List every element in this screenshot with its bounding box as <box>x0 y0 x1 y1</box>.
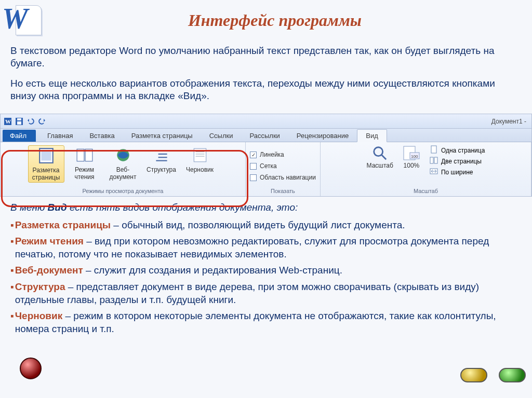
item-desc: – представляет документ в виде дерева, п… <box>15 281 479 305</box>
zoom-option-label: По ширине <box>441 169 473 176</box>
group-caption: Показать <box>271 187 295 195</box>
svg-rect-4 <box>17 121 21 125</box>
intro-block: В текстовом редакторе Word по умолчанию … <box>0 43 532 114</box>
checkbox-линейка[interactable]: ✓Линейка <box>250 151 284 158</box>
bullet-marker: ▪ <box>10 264 14 277</box>
zoom-100-button[interactable]: 100 100% <box>403 145 420 169</box>
svg-rect-8 <box>85 149 92 161</box>
slide-title: Интерфейс программы <box>55 11 526 30</box>
view-mode-веб-документ[interactable]: Веб-документ <box>105 145 141 182</box>
show-group: ✓ЛинейкаСеткаОбласть навигации Показать <box>246 142 321 196</box>
zoom-option-по-ширине[interactable]: По ширине <box>430 167 485 177</box>
undo-icon[interactable] <box>26 117 35 126</box>
item-desc: – служит для создания и редактирования W… <box>83 265 342 276</box>
view-mode-label: Разметка страницы <box>29 167 64 181</box>
item-term: Черновик <box>15 310 62 321</box>
svg-rect-3 <box>17 118 21 120</box>
nav-light-yellow[interactable] <box>460 368 487 382</box>
checkbox-label: Линейка <box>260 151 284 158</box>
view-mode-label: Структура <box>143 166 180 173</box>
svg-line-19 <box>382 155 386 159</box>
view-mode-icon <box>191 146 209 164</box>
intro-paragraph-2: Но есть еще несколько вариантов отображе… <box>10 77 522 103</box>
zoom-option-одна-страница[interactable]: Одна страница <box>430 145 485 155</box>
svg-rect-6 <box>41 151 51 161</box>
zoom-option-label: Одна страница <box>441 147 485 154</box>
zoom-option-icon <box>430 145 438 155</box>
save-icon[interactable] <box>15 117 23 126</box>
list-item: ▪Структура – представляет документ в вид… <box>10 280 522 306</box>
list-item: ▪Режим чтения – вид при котором невозмож… <box>10 235 522 260</box>
tab-ссылки[interactable]: Ссылки <box>201 130 242 142</box>
redo-icon[interactable] <box>38 117 46 126</box>
main-body: В меню Вид есть пять видов отображения д… <box>0 197 532 344</box>
item-term: Веб-документ <box>15 265 83 276</box>
quick-access-toolbar: W Документ1 - <box>1 114 531 129</box>
item-term: Структура <box>15 281 65 292</box>
zoom-group: Масштаб 100 100% Одна страницаДве страни… <box>321 142 531 196</box>
lead-line: В меню Вид есть пять видов отображения д… <box>10 202 522 213</box>
tab-рецензирование[interactable]: Рецензирование <box>288 130 357 142</box>
view-mode-черновик[interactable]: Черновик <box>182 145 218 174</box>
view-mode-label: Режим чтения <box>66 166 103 181</box>
item-term: Режим чтения <box>15 236 84 246</box>
zoom-option-две-страницы[interactable]: Две страницы <box>430 156 485 166</box>
view-mode-структура[interactable]: Структура <box>143 145 180 174</box>
zoom-value: 100% <box>404 162 420 169</box>
view-mode-icon <box>153 146 170 164</box>
document-title: Документ1 - <box>491 118 531 125</box>
item-desc: – режим в котором некоторые элементы док… <box>15 310 496 334</box>
checkbox-icon: ✓ <box>250 152 257 158</box>
tab-вид[interactable]: Вид <box>357 129 387 142</box>
item-desc: – вид при котором невозможно редактирова… <box>15 236 489 259</box>
svg-text:100: 100 <box>411 154 418 159</box>
checkbox-label: Область навигации <box>260 174 316 181</box>
checkbox-область-навигации[interactable]: Область навигации <box>250 174 316 181</box>
nav-lights <box>460 368 526 382</box>
svg-rect-23 <box>431 146 436 153</box>
intro-paragraph-1: В текстовом редакторе Word по умолчанию … <box>10 45 522 70</box>
view-mode-label: Веб-документ <box>105 166 141 181</box>
bullet-marker: ▪ <box>10 280 14 306</box>
zoom-option-label: Две страницы <box>441 158 482 165</box>
zoom-button[interactable]: Масштаб <box>367 145 393 169</box>
zoom-option-icon <box>430 167 438 177</box>
ribbon-groups: Разметка страницыРежим чтенияВеб-докумен… <box>1 142 531 196</box>
nav-light-green[interactable] <box>499 368 526 382</box>
bullet-marker: ▪ <box>10 235 14 260</box>
slide-header: W Интерфейс программы <box>0 0 532 43</box>
view-mode-icon <box>37 147 55 164</box>
group-caption: Режимы просмотра документа <box>83 187 164 195</box>
view-mode-label: Черновик <box>182 166 218 173</box>
svg-text:W: W <box>5 118 11 125</box>
tab-разметка-страницы[interactable]: Разметка страницы <box>123 130 201 142</box>
file-tab[interactable]: Файл <box>3 130 36 142</box>
group-caption: Масштаб <box>414 187 438 195</box>
word-ribbon: W Документ1 - Файл ГлавнаяВставкаРазметк… <box>0 114 532 197</box>
nav-light-red[interactable] <box>20 358 42 379</box>
checkbox-icon <box>250 174 257 181</box>
zoom-label: Масштаб <box>367 162 393 169</box>
tab-рассылки[interactable]: Рассылки <box>242 130 288 142</box>
zoom-option-icon <box>430 156 438 166</box>
ribbon-tabs: Файл ГлавнаяВставкаРазметка страницыСсыл… <box>1 129 531 142</box>
bullet-marker: ▪ <box>10 218 14 231</box>
view-modes-group: Разметка страницыРежим чтенияВеб-докумен… <box>1 142 246 196</box>
list-item: ▪Разметка страницы – обычный вид, позвол… <box>10 218 522 231</box>
svg-point-18 <box>374 147 383 156</box>
checkbox-сетка[interactable]: Сетка <box>250 162 277 170</box>
item-term: Разметка страницы <box>15 219 111 230</box>
list-item: ▪Веб-документ – служит для создания и ре… <box>10 264 522 277</box>
svg-rect-14 <box>194 149 206 162</box>
checkbox-label: Сетка <box>260 162 277 170</box>
view-mode-icon <box>76 146 94 164</box>
app-icon: W <box>4 117 12 126</box>
view-mode-режим-чтения[interactable]: Режим чтения <box>66 145 103 182</box>
view-mode-разметка-страницы[interactable]: Разметка страницы <box>28 145 64 183</box>
svg-rect-24 <box>430 157 433 163</box>
bullet-marker: ▪ <box>10 309 14 335</box>
tab-вставка[interactable]: Вставка <box>81 130 123 142</box>
tab-главная[interactable]: Главная <box>39 130 81 142</box>
svg-rect-25 <box>434 157 437 163</box>
item-desc: – обычный вид, позволяющий видеть будущи… <box>111 219 405 230</box>
